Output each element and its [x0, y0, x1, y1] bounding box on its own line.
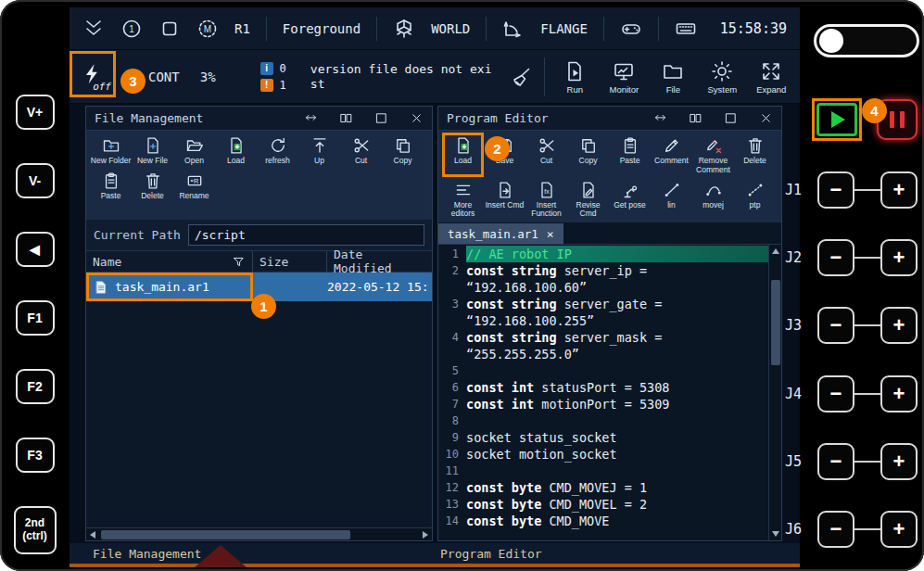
j5-minus-button[interactable]: − [817, 443, 854, 480]
step-mode-icon[interactable] [120, 18, 143, 40]
speed-percent[interactable]: 3% [200, 70, 216, 84]
editor-window-titlebar[interactable]: Program Editor [438, 107, 781, 131]
current-path-input[interactable] [188, 224, 424, 246]
tab-task-main[interactable]: task_main.ar1 × [438, 223, 563, 244]
copy-button[interactable]: Copy [382, 133, 424, 168]
key-f3[interactable]: F3 [16, 438, 55, 473]
split-view-icon[interactable] [689, 111, 702, 125]
insert-cmd-button[interactable]: Insert Cmd [484, 177, 525, 222]
taskbar-item-file-management[interactable]: File Management [93, 547, 201, 561]
horizontal-scrollbar[interactable] [86, 527, 432, 540]
coordinate-system-label[interactable]: WORLD [431, 21, 470, 36]
j6-minus-button[interactable]: − [817, 511, 854, 548]
file-window-titlebar[interactable]: File Management [86, 107, 432, 131]
j4-minus-button[interactable]: − [817, 375, 854, 412]
j1-minus-button[interactable]: − [817, 171, 854, 209]
split-view-icon[interactable] [339, 111, 353, 125]
app-file-button[interactable]: File [649, 58, 698, 95]
app-monitor-button[interactable]: Monitor [600, 58, 649, 95]
swap-windows-icon[interactable] [304, 111, 318, 125]
key-v-plus[interactable]: V+ [16, 95, 55, 130]
scrollbar-thumb[interactable] [101, 530, 350, 539]
key-back[interactable]: ◀ [16, 232, 55, 267]
tool-frame-label[interactable]: FLANGE [540, 21, 588, 36]
keyboard-icon[interactable] [675, 18, 697, 40]
column-header-name[interactable]: Name [86, 251, 253, 272]
swap-windows-icon[interactable] [653, 111, 667, 125]
scissors-icon [538, 136, 556, 155]
editor-copy-button[interactable]: Copy [567, 133, 609, 177]
rename-button[interactable]: Rename [173, 168, 215, 203]
refresh-button[interactable]: refresh [257, 133, 298, 168]
app-system-button[interactable]: System [698, 58, 747, 95]
editor-delete-button[interactable]: Delete [734, 133, 776, 177]
open-button[interactable]: Open [173, 133, 215, 168]
file-name-cell[interactable]: task_main.ar1 [86, 273, 253, 301]
key-f2[interactable]: F2 [16, 369, 55, 404]
flange-tool-icon[interactable] [502, 18, 525, 40]
pause-icon [900, 111, 905, 128]
j2-minus-button[interactable]: − [817, 239, 854, 276]
key-v-minus[interactable]: V- [16, 163, 55, 198]
clear-messages-broom-icon[interactable] [511, 66, 533, 88]
get-pose-button[interactable]: Get pose [609, 177, 651, 222]
ptp-button[interactable]: ptp [734, 177, 776, 222]
scroll-up-arrow-icon[interactable] [769, 245, 782, 258]
key-f1[interactable]: F1 [16, 300, 55, 336]
j1-plus-button[interactable]: + [880, 171, 918, 209]
jog-row-j1: − + [817, 171, 918, 209]
j6-plus-button[interactable]: + [880, 511, 918, 548]
stop-state-icon[interactable] [158, 18, 181, 40]
editor-load-button[interactable]: Load [442, 133, 484, 177]
tab-close-icon[interactable]: × [547, 227, 554, 241]
insert-function-button[interactable]: Insert Function [525, 177, 567, 222]
filter-funnel-icon[interactable] [232, 255, 246, 269]
j3-plus-button[interactable]: + [880, 307, 918, 344]
taskbar-item-program-editor[interactable]: Program Editor [440, 547, 542, 561]
comment-button[interactable]: Comment [651, 133, 692, 177]
up-directory-button[interactable]: Up [298, 133, 340, 168]
column-header-size[interactable]: Size [253, 251, 327, 272]
scroll-down-arrow-icon[interactable] [769, 527, 782, 540]
j2-plus-button[interactable]: + [880, 239, 918, 276]
task-mode-label[interactable]: Foreground [283, 21, 361, 36]
gamepad-icon[interactable] [620, 18, 642, 40]
new-file-button[interactable]: New File [132, 133, 173, 168]
program-start-button[interactable] [816, 103, 857, 136]
j5-plus-button[interactable]: + [880, 443, 918, 480]
run-mode-label[interactable]: CONT [148, 70, 180, 84]
movej-button[interactable]: movej [692, 177, 734, 222]
fm-load-button[interactable]: Load [215, 133, 257, 168]
app-run-button[interactable]: Run [551, 58, 600, 95]
world-coordinate-icon[interactable] [393, 18, 415, 40]
app-expand-button[interactable]: Expand [747, 58, 796, 95]
lin-button[interactable]: lin [651, 177, 692, 222]
maximize-icon[interactable] [724, 111, 738, 125]
scrollbar-thumb[interactable] [771, 280, 780, 365]
paste-button[interactable]: Paste [90, 168, 132, 203]
key-2nd-ctrl[interactable]: 2nd (ctrl) [14, 506, 57, 554]
editor-paste-button[interactable]: Paste [609, 133, 651, 177]
new-folder-button[interactable]: New Folder [90, 133, 132, 168]
close-icon[interactable] [759, 111, 773, 125]
power-toggle[interactable] [814, 24, 919, 57]
scroll-left-arrow-icon[interactable] [86, 528, 99, 541]
revise-cmd-button[interactable]: Revise Cmd [567, 177, 609, 222]
more-editors-button[interactable]: More editors [442, 177, 484, 222]
motor-state-icon[interactable] [196, 18, 219, 40]
delete-button[interactable]: Delete [132, 168, 173, 203]
scroll-right-arrow-icon[interactable] [419, 528, 432, 541]
remove-comment-button[interactable]: Remove Comment [692, 133, 734, 177]
close-icon[interactable] [410, 111, 424, 125]
divider [266, 17, 267, 41]
j4-plus-button[interactable]: + [880, 375, 918, 412]
editor-cut-button[interactable]: Cut [525, 133, 567, 177]
j3-minus-button[interactable]: − [817, 307, 854, 344]
vertical-scrollbar[interactable] [768, 245, 781, 540]
servo-power-indicator[interactable]: off [70, 51, 116, 97]
column-header-date[interactable]: Date Modified [327, 251, 432, 272]
collapse-chevrons-icon[interactable] [82, 18, 105, 40]
cut-button[interactable]: Cut [340, 133, 382, 168]
maximize-icon[interactable] [374, 111, 388, 125]
code-editor[interactable]: 1// AE robot IP 2const string server_ip … [438, 245, 781, 540]
